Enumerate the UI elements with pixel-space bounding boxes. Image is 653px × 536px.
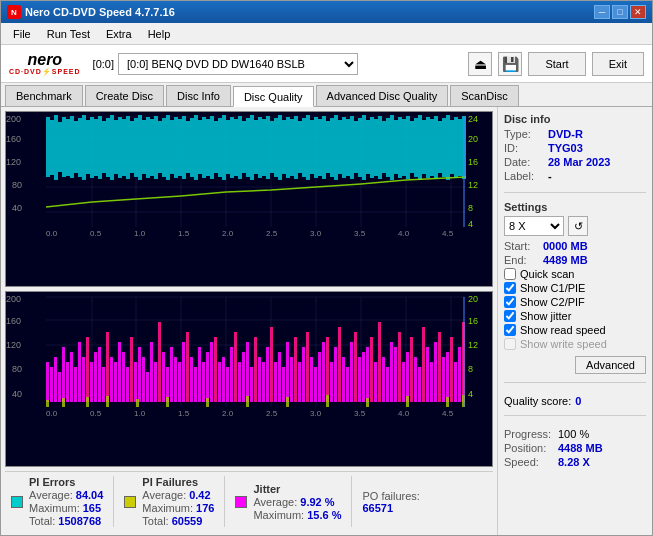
svg-rect-222 <box>302 347 305 402</box>
drive-dropdown[interactable]: [0:0] BENQ DVD DD DW1640 BSLB <box>118 53 358 75</box>
speed-selector[interactable]: 8 X <box>504 216 564 236</box>
separator-2 <box>504 382 646 383</box>
show-write-speed-checkbox[interactable] <box>504 338 516 350</box>
svg-text:2.5: 2.5 <box>266 229 278 238</box>
svg-rect-116 <box>446 115 450 180</box>
svg-rect-255 <box>434 342 437 402</box>
tab-create-disc[interactable]: Create Disc <box>85 85 164 106</box>
svg-rect-229 <box>330 362 333 402</box>
svg-rect-211 <box>258 357 261 402</box>
svg-rect-181 <box>138 347 141 402</box>
svg-rect-118 <box>454 117 458 178</box>
start-button[interactable]: Start <box>528 52 585 76</box>
svg-rect-243 <box>386 367 389 402</box>
settings-title: Settings <box>504 201 646 213</box>
jitter-group: Jitter Average: 9.92 % Maximum: 15.6 % <box>235 476 341 527</box>
menu-run-test[interactable]: Run Test <box>39 26 98 42</box>
quick-scan-checkbox[interactable] <box>504 268 516 280</box>
start-mb-row: Start: 0000 MB <box>504 240 646 252</box>
svg-rect-111 <box>426 117 430 178</box>
svg-text:1.0: 1.0 <box>134 229 146 238</box>
svg-rect-107 <box>410 121 414 173</box>
svg-rect-223 <box>306 332 309 402</box>
menu-file[interactable]: File <box>5 26 39 42</box>
minimize-button[interactable]: ─ <box>594 5 610 19</box>
svg-rect-109 <box>418 115 422 180</box>
svg-rect-24 <box>78 118 82 177</box>
svg-rect-206 <box>238 362 241 402</box>
svg-rect-48 <box>174 117 178 178</box>
svg-text:40: 40 <box>12 389 22 399</box>
svg-rect-94 <box>358 118 362 177</box>
disc-label-value: - <box>548 170 552 182</box>
quality-score-value: 0 <box>575 395 581 407</box>
svg-rect-185 <box>154 362 157 402</box>
show-write-speed-row: Show write speed <box>504 338 646 350</box>
advanced-button[interactable]: Advanced <box>575 356 646 374</box>
svg-rect-200 <box>214 337 217 402</box>
position-value: 4488 MB <box>558 442 603 454</box>
svg-rect-232 <box>342 357 345 402</box>
svg-rect-260 <box>454 362 457 402</box>
maximize-button[interactable]: □ <box>612 5 628 19</box>
svg-rect-174 <box>110 357 113 402</box>
show-c1pie-checkbox[interactable] <box>504 282 516 294</box>
svg-text:8: 8 <box>468 364 473 374</box>
svg-rect-201 <box>218 362 221 402</box>
svg-rect-208 <box>246 342 249 402</box>
tab-disc-info[interactable]: Disc Info <box>166 85 231 106</box>
pi-failures-group: PI Failures Average: 0.42 Maximum: 176 T… <box>124 476 214 527</box>
close-button[interactable]: ✕ <box>630 5 646 19</box>
pi-errors-total-label: Total: <box>29 515 55 527</box>
po-failures-val-row: 66571 <box>362 502 419 514</box>
svg-rect-215 <box>274 362 277 402</box>
svg-rect-89 <box>338 120 342 174</box>
show-c2pif-row: Show C2/PIF <box>504 296 646 308</box>
tab-disc-quality[interactable]: Disc Quality <box>233 86 314 107</box>
show-c2pif-checkbox[interactable] <box>504 296 516 308</box>
svg-rect-162 <box>62 347 65 402</box>
svg-text:12: 12 <box>468 340 478 350</box>
eject-button[interactable]: ⏏ <box>468 52 492 76</box>
svg-rect-64 <box>238 116 242 179</box>
svg-text:80: 80 <box>12 180 22 190</box>
svg-text:20: 20 <box>468 294 478 304</box>
svg-rect-272 <box>326 395 329 407</box>
svg-rect-251 <box>418 367 421 402</box>
end-mb-label: End: <box>504 254 539 266</box>
show-c2pif-label: Show C2/PIF <box>520 296 585 308</box>
svg-rect-273 <box>366 398 369 407</box>
svg-rect-112 <box>430 119 434 176</box>
menu-extra[interactable]: Extra <box>98 26 140 42</box>
refresh-button[interactable]: ↺ <box>568 216 588 236</box>
exit-button[interactable]: Exit <box>592 52 644 76</box>
quick-scan-row: Quick scan <box>504 268 646 280</box>
tab-advanced-disc-quality[interactable]: Advanced Disc Quality <box>316 85 449 106</box>
menu-help[interactable]: Help <box>140 26 179 42</box>
svg-rect-188 <box>166 367 169 402</box>
svg-rect-268 <box>166 397 169 407</box>
tab-benchmark[interactable]: Benchmark <box>5 85 83 106</box>
svg-rect-247 <box>402 362 405 402</box>
svg-rect-100 <box>382 121 386 173</box>
show-read-speed-label: Show read speed <box>520 324 606 336</box>
position-row: Position: 4488 MB <box>504 442 646 454</box>
disc-id-label: ID: <box>504 142 544 154</box>
svg-rect-87 <box>330 118 334 177</box>
svg-rect-70 <box>262 119 266 176</box>
svg-rect-266 <box>106 396 109 407</box>
svg-rect-253 <box>426 347 429 402</box>
show-read-speed-checkbox[interactable] <box>504 324 516 336</box>
svg-rect-233 <box>346 367 349 402</box>
svg-rect-258 <box>446 352 449 402</box>
svg-text:200: 200 <box>6 114 21 124</box>
tab-scan-disc[interactable]: ScanDisc <box>450 85 518 106</box>
show-jitter-checkbox[interactable] <box>504 310 516 322</box>
svg-rect-75 <box>282 120 286 174</box>
svg-text:0.0: 0.0 <box>46 229 58 238</box>
disc-type-value: DVD-R <box>548 128 583 140</box>
svg-rect-17 <box>50 120 54 175</box>
po-failures-label: PO failures: <box>362 490 419 502</box>
svg-rect-186 <box>158 322 161 402</box>
save-button[interactable]: 💾 <box>498 52 522 76</box>
